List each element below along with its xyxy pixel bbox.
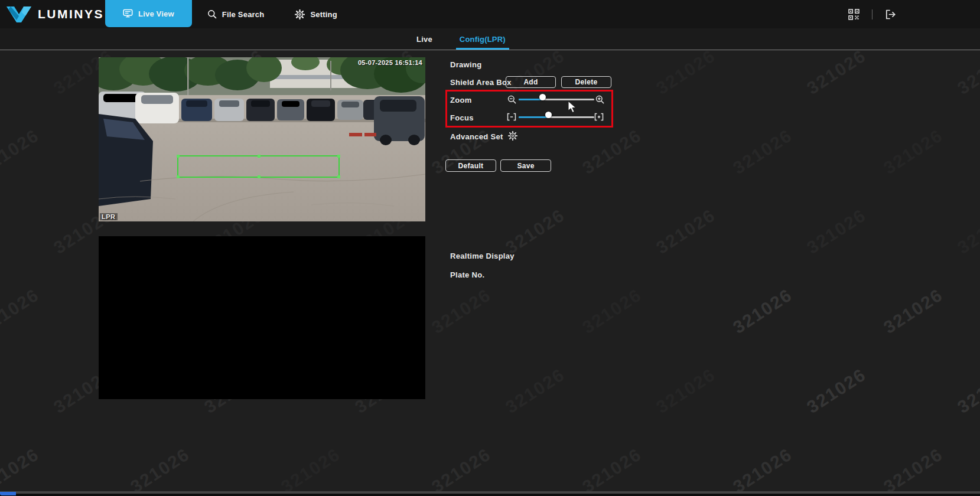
watermark-text: 321026 [954, 205, 980, 258]
luminys-logo-icon [6, 4, 32, 24]
zone-handle[interactable] [258, 155, 261, 158]
subtab-label: Config(LPR) [460, 35, 506, 44]
zone-handle[interactable] [177, 175, 180, 178]
nav-tab-live-view[interactable]: Live View [105, 0, 192, 27]
zone-handle[interactable] [337, 155, 340, 158]
top-nav-bar: LUMINYS Live View File Search [0, 0, 980, 28]
focus-near-icon[interactable] [507, 113, 516, 121]
watermark-text: 321026 [730, 125, 796, 178]
advanced-set-label: Advanced Set [450, 132, 503, 141]
parking-lot-scene [99, 57, 425, 221]
drawing-section-title: Drawing [450, 60, 481, 69]
subtab-group: Live Config(LPR) [416, 28, 506, 50]
qr-code-icon[interactable] [848, 9, 859, 20]
watermark-text: 321026 [653, 364, 719, 417]
camera-channel-label: LPR [100, 213, 118, 220]
watermark-text: 321026 [0, 285, 43, 338]
watermark-text: 321026 [880, 285, 947, 338]
realtime-display-label: Realtime Display [450, 252, 515, 260]
nav-right-actions [848, 9, 980, 20]
subtab-label: Live [416, 35, 432, 44]
camera-live-feed[interactable]: 05-07-2025 16:51:14 LPR [99, 57, 425, 221]
watermark-text: 321026 [954, 364, 980, 417]
nav-tab-label: File Search [222, 10, 265, 19]
focus-slider-track[interactable] [519, 116, 594, 118]
watermark-text: 321026 [127, 444, 194, 496]
watermark-text: 321026 [803, 205, 870, 258]
nav-tab-label: Setting [310, 10, 337, 19]
luminys-app-window: 3210263210263210263210263210263210263210… [0, 0, 980, 496]
focus-slider-thumb[interactable] [545, 112, 552, 118]
watermark-text: 321026 [954, 45, 980, 99]
save-button[interactable]: Save [500, 159, 551, 172]
zoom-slider-track[interactable] [519, 99, 594, 100]
watermark-text: 321026 [579, 125, 646, 178]
camera-timestamp: 05-07-2025 16:51:14 [358, 59, 422, 66]
zoom-slider[interactable] [519, 96, 594, 103]
delete-button[interactable]: Delete [561, 76, 611, 88]
main-nav-tabs: Live View File Search [105, 0, 353, 28]
watermark-text: 321026 [579, 444, 646, 496]
zone-handle[interactable] [337, 175, 340, 178]
watermark-text: 321026 [653, 45, 719, 99]
focus-slider-fill [519, 116, 548, 118]
taskbar-accent-corner [0, 492, 16, 495]
zoom-slider-thumb[interactable] [539, 94, 546, 100]
focus-far-icon[interactable] [594, 113, 604, 121]
watermark-text: 321026 [803, 364, 870, 417]
live-view-icon [123, 9, 133, 18]
zoom-slider-fill [519, 99, 542, 100]
gear-icon [295, 9, 305, 19]
watermark-text: 321026 [502, 364, 569, 417]
zoom-label: Zoom [450, 96, 472, 105]
search-icon [207, 9, 217, 19]
brand-name: LUMINYS [38, 7, 104, 21]
watermark-text: 321026 [502, 205, 569, 258]
watermark-text: 321026 [880, 125, 947, 178]
brand-logo: LUMINYS [0, 4, 105, 24]
default-button[interactable]: Default [445, 159, 496, 172]
watermark-text: 321026 [428, 285, 495, 338]
focus-slider[interactable] [519, 114, 594, 120]
nav-divider [872, 9, 872, 19]
watermark-text: 321026 [803, 45, 870, 99]
lpr-detection-zone[interactable] [177, 155, 340, 178]
nav-tab-label: Live View [138, 9, 174, 18]
watermark-text: 321026 [730, 285, 796, 338]
subtab-live[interactable]: Live [416, 28, 432, 50]
zoom-in-icon[interactable] [595, 95, 604, 104]
advanced-set-gear-icon[interactable] [508, 131, 517, 143]
watermark-text: 321026 [730, 444, 796, 496]
view-subtab-bar: Live Config(LPR) [0, 28, 980, 50]
nav-tab-setting[interactable]: Setting [279, 0, 352, 28]
zone-handle[interactable] [258, 175, 261, 178]
watermark-text: 321026 [278, 444, 344, 496]
watermark-text: 321026 [0, 125, 43, 178]
add-button[interactable]: Add [506, 76, 556, 88]
logout-icon[interactable] [885, 9, 896, 19]
watermark-text: 321026 [428, 444, 495, 496]
zone-handle[interactable] [177, 155, 180, 158]
nav-tab-file-search[interactable]: File Search [192, 0, 280, 28]
shield-area-box-label: Shield Area Box [450, 78, 512, 87]
focus-label: Focus [450, 113, 474, 122]
zoom-out-icon[interactable] [507, 95, 516, 104]
camera-secondary-feed[interactable] [99, 236, 425, 399]
subtab-config-lpr[interactable]: Config(LPR) [460, 28, 506, 50]
window-bottom-shadow [0, 494, 980, 496]
watermark-text: 321026 [0, 444, 43, 496]
watermark-text: 321026 [880, 444, 947, 496]
plate-no-label: Plate No. [450, 270, 484, 279]
watermark-text: 321026 [502, 45, 569, 99]
watermark-text: 321026 [653, 205, 719, 258]
watermark-text: 321026 [579, 285, 646, 338]
